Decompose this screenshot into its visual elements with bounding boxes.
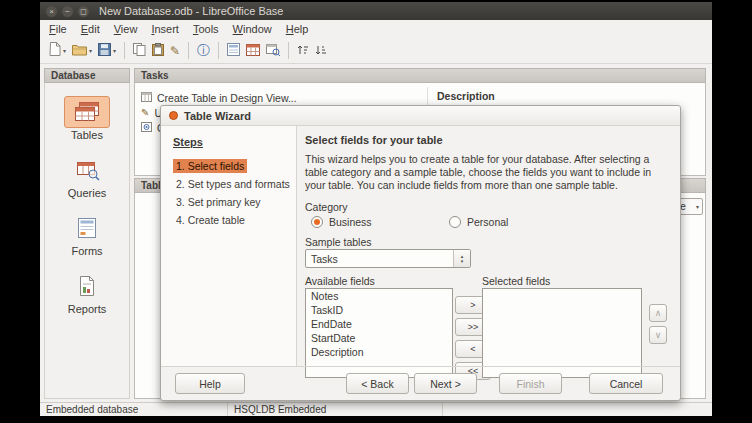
forms-icon: [64, 212, 110, 244]
dialog-title: Table Wizard: [184, 110, 251, 122]
toolbar: ▾ ▾ ▾ ✎ ⓘ: [40, 38, 712, 64]
window-title: New Database.odb - LibreOffice Base: [99, 5, 283, 17]
dialog-heading: Select fields for your table: [305, 134, 443, 146]
menu-tools[interactable]: Tools: [186, 21, 226, 37]
maximize-window-icon[interactable]: ◻: [78, 6, 89, 17]
sidebar-item-forms[interactable]: Forms: [45, 212, 129, 257]
finish-button[interactable]: Finish: [499, 373, 562, 394]
list-item[interactable]: Description: [306, 345, 452, 359]
sort-ascending-button[interactable]: [294, 39, 312, 63]
menu-window[interactable]: Window: [226, 21, 279, 37]
back-button[interactable]: < Back: [346, 373, 409, 394]
table-wizard-dialog: Table Wizard Steps 1. Select fields 2. S…: [160, 105, 681, 401]
statusbar: Embedded database HSQLDB Embedded: [40, 402, 712, 416]
sort-ascending-icon: [297, 42, 309, 60]
radio-business-icon[interactable]: [311, 216, 323, 228]
step-label: 3. Set primary key: [173, 195, 264, 209]
toolbar-separator: [218, 42, 219, 59]
query-object-button[interactable]: [263, 39, 283, 63]
sidebar-item-queries[interactable]: Queries: [45, 154, 129, 199]
menu-edit[interactable]: Edit: [74, 21, 107, 37]
form-icon: [227, 42, 240, 60]
sort-descending-button[interactable]: [312, 39, 330, 63]
save-icon: [98, 42, 111, 60]
design-view-icon: [141, 92, 152, 104]
paste-button[interactable]: [149, 39, 167, 63]
form-object-button[interactable]: [224, 39, 243, 63]
table-object-button[interactable]: [243, 39, 263, 63]
sidebar-header: Database: [44, 68, 130, 83]
combo-spin-icon[interactable]: ▴ ▾: [453, 250, 470, 267]
chevron-down-icon: ▾: [696, 203, 699, 210]
cancel-button[interactable]: Cancel: [589, 373, 663, 394]
paste-icon: [152, 42, 164, 60]
edit-button[interactable]: ✎: [167, 42, 183, 60]
chevron-down-icon: ▾: [89, 47, 92, 54]
sidebar-item-reports[interactable]: Reports: [45, 270, 129, 315]
dialog-content: Select fields for your table This wizard…: [297, 126, 680, 366]
save-button[interactable]: ▾: [95, 39, 119, 63]
sample-tables-label: Sample tables: [305, 236, 372, 248]
menubar: File Edit View Insert Tools Window Help: [40, 20, 712, 38]
dialog-intro-text: This wizard helps you to create a table …: [305, 153, 673, 192]
sample-tables-value: Tasks: [311, 253, 338, 265]
next-button[interactable]: Next >: [414, 373, 477, 394]
database-info-button[interactable]: ⓘ: [194, 42, 213, 60]
list-item[interactable]: StartDate: [306, 331, 452, 345]
radio-personal[interactable]: Personal: [449, 216, 508, 228]
description-header: Description: [437, 90, 495, 102]
category-label: Category: [305, 201, 348, 213]
radio-personal-icon[interactable]: [449, 216, 461, 228]
menu-insert[interactable]: Insert: [144, 21, 186, 37]
tables-icon: [64, 96, 110, 128]
toolbar-separator: [188, 42, 189, 59]
dialog-titlebar[interactable]: Table Wizard: [161, 106, 680, 126]
help-button[interactable]: Help: [175, 373, 245, 394]
step-set-primary-key[interactable]: 3. Set primary key: [173, 196, 296, 208]
selected-fields-listbox[interactable]: [482, 288, 642, 378]
step-label: 2. Set types and formats: [173, 177, 293, 191]
copy-button[interactable]: [130, 39, 149, 63]
table-grid-icon: [246, 42, 260, 60]
titlebar: × − ◻ New Database.odb - LibreOffice Bas…: [40, 2, 712, 20]
close-window-icon[interactable]: ×: [46, 6, 57, 17]
status-database-engine: HSQLDB Embedded: [228, 403, 443, 416]
toolbar-separator: [288, 42, 289, 59]
step-set-types[interactable]: 2. Set types and formats: [173, 178, 296, 190]
open-button[interactable]: ▾: [69, 39, 95, 63]
move-down-button[interactable]: ∨: [649, 326, 667, 344]
move-up-button[interactable]: ∧: [649, 304, 667, 322]
task-label: Create Table in Design View...: [157, 92, 297, 104]
copy-icon: [133, 42, 146, 60]
menu-view[interactable]: View: [107, 21, 145, 37]
step-create-table[interactable]: 4. Create table: [173, 214, 296, 226]
sample-tables-dropdown[interactable]: Tasks ▴ ▾: [305, 249, 471, 268]
sidebar-item-label: Reports: [68, 303, 107, 315]
dialog-footer: Help < Back Next > Finish Cancel: [161, 366, 680, 400]
reports-icon: [64, 270, 110, 302]
step-select-fields[interactable]: 1. Select fields: [173, 160, 296, 172]
menu-file[interactable]: File: [42, 21, 74, 37]
list-item[interactable]: Notes: [306, 289, 452, 303]
sidebar-item-label: Forms: [71, 245, 102, 257]
available-fields-listbox[interactable]: Notes TaskID EndDate StartDate Descripti…: [305, 288, 453, 378]
toolbar-separator: [124, 42, 125, 59]
step-label: 4. Create table: [173, 213, 248, 227]
task-create-table-design[interactable]: Create Table in Design View...: [135, 90, 705, 105]
radio-business[interactable]: Business: [311, 216, 372, 228]
list-item[interactable]: EndDate: [306, 317, 452, 331]
list-item[interactable]: TaskID: [306, 303, 452, 317]
minimize-window-icon[interactable]: −: [62, 6, 73, 17]
sidebar-item-label: Tables: [71, 129, 103, 141]
combo-down-icon: ▾: [461, 259, 464, 264]
selected-fields-label: Selected fields: [482, 275, 550, 287]
open-folder-icon: [72, 42, 87, 60]
new-document-icon: [49, 42, 61, 60]
dialog-app-icon: [169, 111, 178, 120]
sidebar-item-label: Queries: [68, 187, 107, 199]
sidebar-item-tables[interactable]: Tables: [45, 96, 129, 141]
menu-help[interactable]: Help: [279, 21, 316, 37]
new-document-button[interactable]: ▾: [46, 39, 69, 63]
sidebar-body: Tables Queries Forms Reports: [44, 83, 130, 399]
available-fields-label: Available fields: [305, 275, 375, 287]
